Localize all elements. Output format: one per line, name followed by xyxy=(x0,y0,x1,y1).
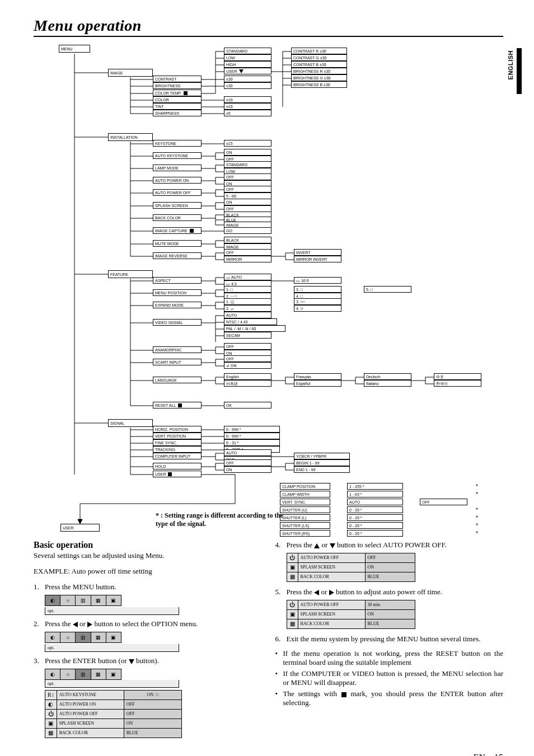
leaf-bt-g: BRIGHTNESS G ±30 xyxy=(291,74,347,81)
node-contrast: CONTRAST xyxy=(153,76,202,82)
leaf-ct-g: CONTRAST G ±30 xyxy=(291,54,347,61)
node-language: LANGUAGE xyxy=(153,377,202,383)
leaf-vs-auto: AUTO xyxy=(224,312,271,318)
leaf-lang-de: Deutsch xyxy=(364,373,411,380)
node-cw: CLAMP WIDTH xyxy=(280,491,330,497)
leaf-tint: ±10 xyxy=(224,103,271,110)
leaf-lm-std: STANDARD xyxy=(224,161,271,168)
node-signal: SIGNAL xyxy=(108,419,153,427)
strip-label-1: opt. xyxy=(45,607,179,615)
square-mark-icon xyxy=(341,692,346,697)
menu-tree-diagram: MENU IMAGE CONTRAST BRIGHTNESS COLOR TEM… xyxy=(34,45,503,537)
leaf-ct-standard: STANDARD xyxy=(224,48,271,54)
leaf-mp-3: 3. □ xyxy=(294,286,341,293)
strip-cell-icon: ▦ xyxy=(91,632,106,642)
strip-cell-icon: ▣ xyxy=(106,595,121,605)
leaf-vs-secam: SECAM xyxy=(224,332,271,339)
leaf-lang-jp: 日本語 xyxy=(224,380,271,387)
strip-label-2: opt. xyxy=(45,644,179,652)
left-column: Basic operation Several settings can be … xyxy=(34,541,262,744)
step-4: 4.Press the or button to select AUTO POW… xyxy=(275,541,504,550)
leaf-ct-b: CONTRAST B ±30 xyxy=(291,61,347,68)
option-table-step4: ⏻AUTO POWER OFFOFF ▣SPLASH SCREENON ▦BAC… xyxy=(287,553,415,582)
basic-intro: Several settings can be adjusted using M… xyxy=(34,551,262,560)
notes-list: •If the menu operation is not working, p… xyxy=(275,649,504,707)
option-table-step3: R↕AUTO KEYSTONEON □ ◐AUTO POWER ONOFF ⏻A… xyxy=(45,690,182,738)
language-tab: ENGLISH xyxy=(507,50,514,79)
menu-strip-1: ◐ ☼ ▥ ▦ ▣ xyxy=(45,595,121,606)
leaf-em-2: 2. ▱ xyxy=(224,305,271,312)
leaf-color: ±10 xyxy=(224,96,271,103)
leaf-hd-end: END 1 - 99 xyxy=(294,466,350,473)
square-mark-icon xyxy=(168,472,172,476)
node-brightness: BRIGHTNESS xyxy=(153,82,202,89)
node-tint: TINT xyxy=(153,103,202,110)
leaf-as-auto: ▭ AUTO xyxy=(224,274,271,280)
strip-label-3: opt. xyxy=(45,680,179,688)
basic-example: EXAMPLE: Auto power off time setting xyxy=(34,567,262,576)
triangle-left-icon xyxy=(73,622,78,627)
node-color: COLOR xyxy=(153,96,202,103)
step-6: 6.Exit the menu system by pressing the M… xyxy=(275,635,504,644)
leaf-shls: 0 - 20 * xyxy=(347,522,403,529)
node-image: IMAGE xyxy=(108,69,153,77)
step-1: 1.Press the MENU button. xyxy=(34,583,262,591)
leaf-ak-on: ON xyxy=(224,149,271,156)
leaf-ir-mi: MIRROR INVERT xyxy=(294,256,341,262)
leaf-keystone: ±15 xyxy=(224,140,271,147)
strip-cell-icon: ▣ xyxy=(106,669,121,679)
leaf-mm-black: BLACK xyxy=(224,237,271,243)
table-row: ⏻AUTO POWER OFF30 min xyxy=(287,600,415,610)
leaf-apoff-off: OFF xyxy=(224,186,271,192)
leaf-lang-cn: 中文 xyxy=(434,373,481,380)
leaf-hp: 0 - 999 * xyxy=(224,426,280,433)
table-row: ▦BACK COLORBLUE xyxy=(287,619,415,629)
list-item: •The settings with mark, you should pres… xyxy=(275,689,504,707)
leaf-lang-en: English xyxy=(224,373,271,380)
leaf-hd-off: OFF xyxy=(224,459,271,466)
table-row: ▦BACK COLORBLUE xyxy=(287,572,415,582)
leaf-vp: 0 - 999 * xyxy=(224,433,280,439)
triangle-right-icon xyxy=(329,590,334,595)
leaf-sharpness: ±5 xyxy=(224,110,271,116)
leaf-lang-es: Español xyxy=(294,380,341,387)
square-mark-icon xyxy=(178,403,182,407)
table-row: ⏻AUTO POWER OFFOFF xyxy=(287,553,415,563)
leaf-em-4: 4. ▯▫ xyxy=(294,305,341,312)
node-splash: SPLASH SCREEN xyxy=(153,202,202,209)
node-feature: FEATURE xyxy=(108,270,153,278)
node-tr: TRACKING xyxy=(153,446,202,453)
leaf-contrast: ±30 xyxy=(224,76,271,82)
leaf-cw: 1 - 63 * xyxy=(347,491,403,497)
node-cp: CLAMP POSITION xyxy=(280,483,330,490)
leaf-ct-low: LOW xyxy=(224,54,271,61)
strip-cell-icon: ☼ xyxy=(60,669,76,679)
table-row: ▦BACK COLORBLUE xyxy=(45,729,182,738)
strip-cell-icon: ◐ xyxy=(45,669,60,679)
leaf-ra-ok: OK xyxy=(224,402,271,408)
leaf-bt-r: BRIGHTNESS R ±30 xyxy=(291,68,347,74)
node-fs: FINE SYNC. xyxy=(153,439,202,446)
strip-cell-icon: ▥ xyxy=(76,595,91,605)
node-ci: COMPUTER INPUT xyxy=(153,453,202,459)
strip-cell-icon: ▣ xyxy=(106,632,121,642)
node-colortemp: COLOR TEMP. xyxy=(153,90,202,96)
node-user: USER xyxy=(153,471,202,477)
table-row: R↕AUTO KEYSTONEON □ xyxy=(45,691,182,700)
node-keystone: KEYSTONE xyxy=(153,140,202,147)
right-column: 4.Press the or button to select AUTO POW… xyxy=(275,541,504,744)
strip-cell-icon: ▦ xyxy=(91,669,106,679)
leaf-ir-mir: MIRROR xyxy=(224,256,271,262)
leaf-shl: 0 - 20 * xyxy=(347,514,403,521)
node-vs: VERT. SYNC. xyxy=(280,499,330,505)
node-aspect: ASPECT xyxy=(153,277,202,284)
leaf-ci-auto: AUTO xyxy=(224,449,271,456)
node-resetall: RESET ALL xyxy=(153,402,202,408)
node-hold: HOLD xyxy=(153,463,202,469)
leaf-ss-on: ON xyxy=(224,199,271,205)
node-hpos: HORIZ. POSITION xyxy=(153,426,202,433)
leaf-lang-kr: 한국어 xyxy=(434,380,481,387)
step-2: 2.Press the or button to select the OPTI… xyxy=(34,619,262,628)
leaf-ct-high: HIGH xyxy=(224,61,271,68)
leaf-brightness: ±30 xyxy=(224,82,271,89)
